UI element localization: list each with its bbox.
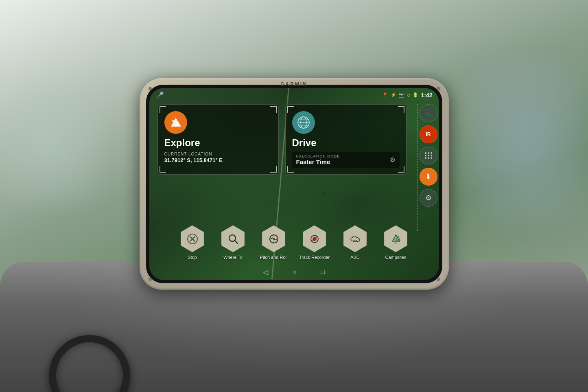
screw-br xyxy=(437,278,440,281)
screw-tr xyxy=(437,87,440,90)
dot xyxy=(428,157,429,159)
corner-tl xyxy=(160,106,166,113)
globe-svg xyxy=(297,116,310,129)
drive-title: Drive xyxy=(292,137,400,149)
pitch-roll-icon xyxy=(268,233,280,245)
wifi-status-icon: ◇ xyxy=(407,92,410,98)
drive-corner-bl xyxy=(287,166,294,173)
bluetooth-status-icon: ⚡ xyxy=(391,92,396,98)
svg-point-14 xyxy=(273,238,275,240)
stop-hex-shape xyxy=(179,226,206,252)
status-right-group: 📍 ⚡ 📷 ◇ 🔋 1:42 xyxy=(382,92,432,99)
drive-card[interactable]: Drive CALCULATION MODE Faster Time ⚙ xyxy=(285,104,407,175)
dot xyxy=(425,157,426,159)
explore-card[interactable]: Explore CURRENT LOCATION 31.7912° S, 115… xyxy=(157,104,279,175)
garmin-device: GARMIN 🎤 📍 ⚡ 📷 ◇ xyxy=(140,78,449,290)
where-to-hex-icon xyxy=(219,225,247,253)
sidebar-download-icon[interactable]: ⬇ xyxy=(420,168,437,186)
dot-row-1 xyxy=(425,152,432,154)
nav-home-button[interactable]: ○ xyxy=(293,268,297,276)
explore-title: Explore xyxy=(164,137,272,149)
download-icon: ⬇ xyxy=(425,172,431,181)
nav-bar: ◁ ○ □ xyxy=(149,268,439,276)
drive-mode-row: CALCULATION MODE Faster Time ⚙ xyxy=(292,152,400,168)
status-time: 1:42 xyxy=(421,92,432,99)
where-to-label: Where To xyxy=(223,255,243,260)
screw-bl xyxy=(149,278,152,281)
where-to-hex-shape xyxy=(220,226,247,252)
track-recorder-hex-shape xyxy=(301,226,328,252)
dock-where-to[interactable]: Where To xyxy=(213,225,254,260)
stop-label: Stop xyxy=(188,255,197,260)
status-bar: 🎤 📍 ⚡ 📷 ◇ 🔋 1:42 xyxy=(149,88,439,103)
campsites-hex-shape xyxy=(383,226,409,252)
drive-mode-info: CALCULATION MODE Faster Time xyxy=(296,154,340,165)
cards-area: Explore CURRENT LOCATION 31.7912° S, 115… xyxy=(157,104,407,175)
bg-blur-left xyxy=(0,81,102,204)
svg-point-2 xyxy=(172,120,175,122)
explore-icon xyxy=(164,111,187,134)
dot-row-2 xyxy=(425,155,432,156)
campsites-hex-icon xyxy=(382,225,410,253)
settings-icon: ⚙ xyxy=(425,193,432,202)
drive-mode-label: CALCULATION MODE xyxy=(296,154,340,158)
battery-status-icon: 🔋 xyxy=(413,92,418,98)
track-recorder-hex-icon xyxy=(300,225,329,253)
dot xyxy=(425,155,426,156)
corner-br xyxy=(270,166,277,173)
screw-tl xyxy=(149,87,152,90)
dock-campsites[interactable]: Campsites xyxy=(376,225,416,260)
dot xyxy=(431,152,432,154)
microphone-icon[interactable]: 🎤 xyxy=(156,91,164,99)
svg-point-25 xyxy=(393,238,395,239)
sidebar-iridium-icon[interactable]: iR xyxy=(420,125,437,143)
phone-icon: 📞 xyxy=(424,109,433,118)
drive-corner-tr xyxy=(398,106,404,113)
explore-location: 31.7912° S, 115.8471° E xyxy=(164,157,272,163)
nav-back-button[interactable]: ◁ xyxy=(263,268,268,276)
iridium-label: iR xyxy=(426,131,431,137)
sidebar-settings-icon[interactable]: ⚙ xyxy=(420,189,437,207)
drive-icon xyxy=(292,111,315,134)
dock-abc[interactable]: ABC xyxy=(335,225,376,260)
track-recorder-label: Track Recorder xyxy=(299,255,330,260)
bottom-dock: Stop Where To xyxy=(149,225,439,260)
drive-corner-tl xyxy=(287,106,294,113)
abc-cloud-icon xyxy=(349,233,361,245)
stop-x-icon xyxy=(186,233,199,245)
corner-bl xyxy=(160,166,166,173)
stop-hex-icon xyxy=(178,225,207,253)
dot xyxy=(425,152,426,154)
pitch-roll-hex-shape xyxy=(260,226,287,252)
bg-blur-right xyxy=(466,61,588,224)
corner-tr xyxy=(270,106,277,113)
explore-subtitle: CURRENT LOCATION xyxy=(164,152,272,156)
dot xyxy=(428,152,429,154)
dot xyxy=(428,155,429,156)
dock-stop[interactable]: Stop xyxy=(172,225,213,260)
abc-hex-icon xyxy=(341,225,369,253)
mountain-svg xyxy=(169,116,182,129)
track-recorder-icon xyxy=(308,233,321,245)
drive-settings-icon[interactable]: ⚙ xyxy=(390,156,396,164)
drive-corner-br xyxy=(398,166,404,173)
abc-label: ABC xyxy=(350,255,360,260)
sidebar-grid-icon[interactable] xyxy=(420,147,437,164)
search-icon xyxy=(227,233,239,245)
pitch-roll-label: Pitch and Roll xyxy=(260,255,288,260)
sidebar-phone-icon[interactable]: 📞 xyxy=(420,104,437,122)
grid-dots xyxy=(425,152,432,159)
svg-point-21 xyxy=(354,241,356,242)
right-sidebar: 📞 iR xyxy=(420,104,437,207)
dock-pitch-roll[interactable]: Pitch and Roll xyxy=(254,225,294,260)
garmin-device-container: GARMIN 🎤 📍 ⚡ 📷 ◇ xyxy=(140,78,449,290)
nav-recent-button[interactable]: □ xyxy=(321,268,325,276)
dot xyxy=(431,155,432,156)
campsites-icon xyxy=(390,233,402,245)
svg-line-12 xyxy=(235,241,238,243)
location-status-icon: 📍 xyxy=(382,92,388,98)
pitch-roll-hex-icon xyxy=(260,225,288,253)
dock-track-recorder[interactable]: Track Recorder xyxy=(294,225,335,260)
camera-status-icon: 📷 xyxy=(399,92,404,98)
dot xyxy=(431,157,432,159)
